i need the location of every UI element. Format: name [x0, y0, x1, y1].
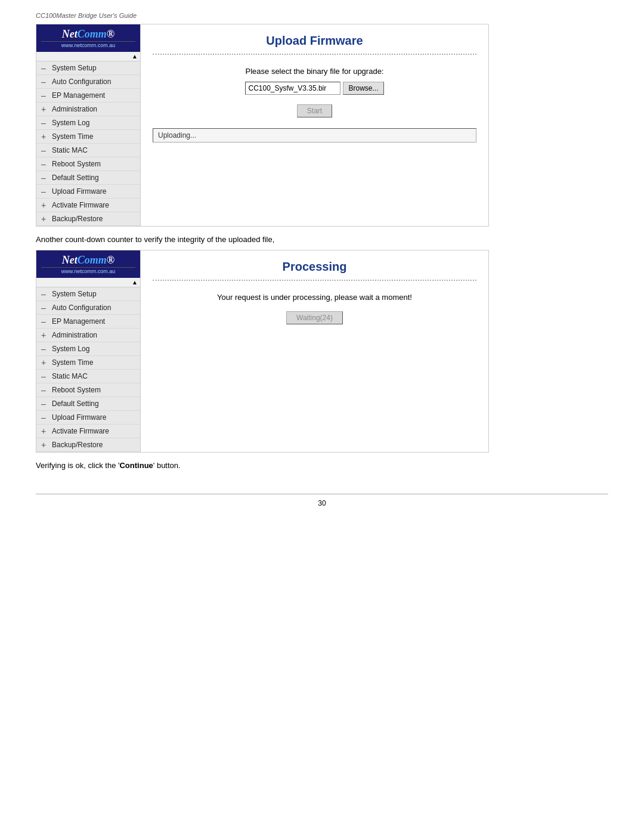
start-button[interactable]: Start — [297, 104, 332, 117]
sidebar-item-auto-config-1[interactable]: – Auto Configuration — [36, 75, 140, 89]
sidebar-label-1-4: Administration — [52, 105, 97, 113]
bullet-2-6: + — [41, 358, 49, 367]
waiting-button: Waiting(24) — [286, 311, 343, 324]
processing-panel: NetComm® www.netcomm.com.au ▲ – System S… — [36, 250, 489, 453]
logo-area-1: NetComm® www.netcomm.com.au — [36, 24, 140, 52]
bullet-1-1: – — [41, 63, 49, 73]
sidebar-label-1-8: Reboot System — [52, 160, 101, 168]
sidebar-item-activate-1[interactable]: + Activate Firmware — [36, 199, 140, 212]
bullet-2-2: – — [41, 303, 49, 312]
sidebar-item-system-setup-1[interactable]: – System Setup — [36, 61, 140, 75]
logo-url-1: www.netcomm.com.au — [41, 42, 135, 48]
sidebar-item-ep-mgmt-2[interactable]: – EP Management — [36, 315, 140, 329]
file-input[interactable] — [245, 82, 340, 95]
sidebar-label-1-7: Static MAC — [52, 146, 88, 154]
bullet-2-4: + — [41, 330, 49, 340]
bullet-2-12: + — [41, 440, 49, 450]
bottom-note: Verifying is ok, click the 'Continue' bu… — [36, 461, 608, 470]
sidebar-label-2-4: Administration — [52, 331, 97, 339]
sidebar-item-admin-1[interactable]: + Administration — [36, 103, 140, 116]
bullet-2-9: – — [41, 399, 49, 408]
sidebar-item-reboot-1[interactable]: – Reboot System — [36, 157, 140, 171]
main-content-1: Upload Firmware Please select the binary… — [141, 24, 488, 226]
bullet-1-2: – — [41, 77, 49, 86]
logo-net: Net — [62, 28, 78, 40]
sidebar-label-1-5: System Log — [52, 119, 89, 127]
doc-title: CC100Master Bridge User's Guide — [36, 12, 608, 19]
bullet-2-5: – — [41, 344, 49, 354]
sidebar-label-2-10: Upload Firmware — [52, 413, 106, 422]
sidebar-item-system-setup-2[interactable]: – System Setup — [36, 287, 140, 301]
bullet-2-1: – — [41, 289, 49, 299]
bottom-note-suffix: ' button. — [153, 461, 181, 470]
bullet-1-8: – — [41, 159, 49, 169]
logo-text-2: NetComm® — [41, 254, 135, 267]
bullet-1-10: – — [41, 187, 49, 196]
upload-firmware-heading: Upload Firmware — [153, 34, 476, 55]
sidebar-1: NetComm® www.netcomm.com.au ▲ – System S… — [36, 24, 141, 226]
logo-net-2: Net — [62, 254, 78, 266]
processing-message: Your request is under processing, please… — [153, 293, 476, 302]
logo-text-1: NetComm® — [41, 28, 135, 41]
sidebar-label-2-9: Default Setting — [52, 400, 99, 408]
bullet-2-3: – — [41, 317, 49, 326]
sidebar-item-upload-1[interactable]: – Upload Firmware — [36, 185, 140, 199]
scroll-indicator-2[interactable]: ▲ — [36, 278, 140, 287]
bullet-1-9: – — [41, 173, 49, 182]
logo-url-2: www.netcomm.com.au — [41, 268, 135, 274]
logo-area-2: NetComm® www.netcomm.com.au — [36, 250, 140, 278]
sidebar-label-1-9: Default Setting — [52, 174, 99, 182]
sidebar-item-systime-2[interactable]: + System Time — [36, 356, 140, 370]
continue-bold: Continue — [119, 461, 153, 470]
bullet-1-12: + — [41, 214, 49, 224]
sidebar-item-default-1[interactable]: – Default Setting — [36, 171, 140, 185]
bullet-2-10: – — [41, 413, 49, 422]
sidebar-item-reboot-2[interactable]: – Reboot System — [36, 383, 140, 397]
sidebar-item-auto-config-2[interactable]: – Auto Configuration — [36, 301, 140, 315]
file-input-row: Browse... — [153, 82, 476, 95]
bullet-2-8: – — [41, 385, 49, 395]
sidebar-item-default-2[interactable]: – Default Setting — [36, 397, 140, 411]
sidebar-label-1-12: Backup/Restore — [52, 215, 103, 223]
sidebar-item-admin-2[interactable]: + Administration — [36, 329, 140, 342]
bullet-1-4: + — [41, 104, 49, 114]
sidebar-label-2-7: Static MAC — [52, 372, 88, 380]
sidebar-label-2-11: Activate Firmware — [52, 427, 109, 435]
bullet-2-11: + — [41, 426, 49, 436]
sidebar-label-1-10: Upload Firmware — [52, 187, 106, 196]
scroll-indicator-1[interactable]: ▲ — [36, 52, 140, 61]
sidebar-label-1-11: Activate Firmware — [52, 201, 109, 209]
logo-comm-2: Comm — [78, 254, 107, 266]
sidebar-2: NetComm® www.netcomm.com.au ▲ – System S… — [36, 250, 141, 452]
sidebar-label-2-12: Backup/Restore — [52, 441, 103, 449]
sidebar-label-2-5: System Log — [52, 345, 89, 353]
page-number: 30 — [36, 494, 608, 507]
logo-comm: Comm — [78, 28, 107, 40]
bullet-1-3: – — [41, 91, 49, 100]
sidebar-item-staticmac-1[interactable]: – Static MAC — [36, 144, 140, 157]
bullet-1-5: – — [41, 118, 49, 128]
file-select-label: Please select the binary file for upgrad… — [153, 67, 476, 76]
sidebar-label-1-1: System Setup — [52, 64, 97, 72]
browse-button[interactable]: Browse... — [343, 82, 383, 95]
sidebar-item-ep-mgmt-1[interactable]: – EP Management — [36, 89, 140, 103]
sidebar-label-2-6: System Time — [52, 358, 93, 367]
sidebar-item-staticmac-2[interactable]: – Static MAC — [36, 370, 140, 383]
sidebar-item-upload-2[interactable]: – Upload Firmware — [36, 411, 140, 425]
sidebar-item-syslog-1[interactable]: – System Log — [36, 116, 140, 130]
sidebar-item-systime-1[interactable]: + System Time — [36, 130, 140, 144]
sidebar-label-2-1: System Setup — [52, 290, 97, 298]
bullet-1-7: – — [41, 145, 49, 155]
main-content-2: Processing Your request is under process… — [141, 250, 488, 452]
processing-heading: Processing — [153, 260, 476, 281]
sidebar-item-backup-2[interactable]: + Backup/Restore — [36, 438, 140, 452]
waiting-button-row: Waiting(24) — [153, 311, 476, 324]
bottom-note-prefix: Verifying is ok, click the ' — [36, 461, 119, 470]
bullet-1-6: + — [41, 132, 49, 141]
sidebar-label-1-6: System Time — [52, 132, 93, 141]
sidebar-item-activate-2[interactable]: + Activate Firmware — [36, 425, 140, 438]
sidebar-label-2-2: Auto Configuration — [52, 304, 111, 312]
between-text: Another count-down counter to verify the… — [36, 235, 608, 244]
sidebar-item-syslog-2[interactable]: – System Log — [36, 342, 140, 356]
sidebar-item-backup-1[interactable]: + Backup/Restore — [36, 212, 140, 226]
